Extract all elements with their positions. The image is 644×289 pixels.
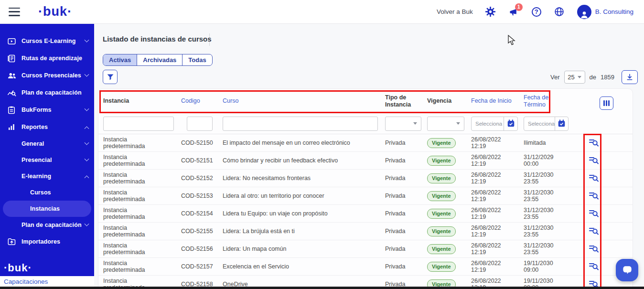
- view-details-icon[interactable]: [589, 190, 599, 201]
- filter-fecha-termino-datepicker[interactable]: Selecciona: [524, 117, 569, 131]
- filter-vigencia-select[interactable]: [427, 117, 464, 131]
- filter-curso-input[interactable]: [223, 117, 378, 131]
- cell-tipo: Privada: [385, 193, 427, 199]
- sidebar-item-reportes[interactable]: Reportes: [0, 118, 94, 136]
- sidebar-item-instancias[interactable]: Instancias: [3, 201, 91, 217]
- view-details-icon[interactable]: [589, 155, 599, 165]
- columns-config-button[interactable]: [600, 96, 613, 110]
- filter-instancia-input[interactable]: [103, 117, 174, 131]
- sidebar-item-plan-de-capacitacion[interactable]: Plan de capacitación: [0, 217, 94, 233]
- sidebar-item-cursos[interactable]: Cursos: [0, 184, 94, 201]
- cell-curso: Lidera: Un mapa común: [223, 246, 385, 252]
- cell-instancia: Instancia predeterminada: [103, 136, 181, 150]
- column-header-fecha-de-termino[interactable]: Fecha de Término: [524, 94, 581, 108]
- cell-fecha-termino: 31/12/203023:55: [524, 207, 581, 220]
- sidebar-item-presencial[interactable]: Presencial: [0, 152, 94, 168]
- help-icon[interactable]: ?: [531, 7, 542, 17]
- chevron-up-icon: [85, 175, 89, 180]
- table-filter-row: Selecciona Selecciona: [98, 113, 633, 134]
- user-menu[interactable]: B. Consulting: [577, 5, 633, 19]
- cell-instancia: Instancia predeterminada: [103, 242, 181, 256]
- cell-fecha-termino: 31/12/203023:55: [524, 171, 581, 185]
- column-header-codigo[interactable]: Codigo: [181, 97, 223, 105]
- sidebar-item-bukforms[interactable]: BukForms: [0, 101, 94, 118]
- elearning-icon: [8, 37, 16, 45]
- settings-gear-icon[interactable]: [485, 7, 496, 17]
- cell-fecha-inicio: 26/08/202212:19: [471, 154, 524, 167]
- cell-curso: Lidera: No necesitamos fronteras: [223, 175, 385, 182]
- chat-widget-button[interactable]: [616, 259, 638, 281]
- filter-tipo-select[interactable]: [385, 117, 421, 131]
- sidebar-item-rutas-de-aprendizaje[interactable]: Rutas de aprendizaje: [0, 50, 94, 67]
- sidebar-item-label: Importadores: [21, 238, 60, 245]
- cell-vigencia: Vigente: [427, 138, 471, 148]
- sidebar-item-cursos-e-learning[interactable]: Cursos E-Learning: [0, 32, 94, 50]
- cell-actions: [581, 155, 633, 167]
- sidebar-item-label: Cursos: [30, 189, 51, 196]
- cell-codigo: COD-52152: [181, 175, 223, 182]
- notifications-megaphone-icon[interactable]: 1: [508, 7, 519, 17]
- sidebar-item-plan-de-capacitacion[interactable]: Plan de capacitación: [0, 84, 94, 101]
- vigente-badge: Vigente: [427, 173, 456, 183]
- topbar: ·buk· Volver a Buk 1 ?: [0, 0, 644, 24]
- status-tabs: Activas Archivadas Todas: [103, 54, 213, 66]
- language-globe-icon[interactable]: [554, 7, 565, 17]
- column-header-fecha-de-inicio[interactable]: Fecha de Inicio: [471, 97, 524, 105]
- cell-instancia: Instancia predeterminada: [103, 171, 181, 185]
- view-details-icon[interactable]: [589, 225, 599, 236]
- cell-codigo: COD-52157: [181, 263, 223, 270]
- sidebar-footer: Capacitaciones: [0, 276, 94, 287]
- sidebar-item-label: Plan de capacitación: [21, 222, 82, 228]
- filter-fecha-inicio-datepicker[interactable]: Selecciona: [471, 117, 518, 131]
- page-size-select[interactable]: 25: [564, 71, 585, 84]
- cell-tipo: Privada: [385, 210, 427, 217]
- user-name: B. Consulting: [595, 8, 633, 15]
- tab-archivadas[interactable]: Archivadas: [137, 54, 182, 65]
- cell-tipo: Privada: [385, 157, 427, 164]
- page-title: Listado de instancias de cursos: [103, 35, 212, 43]
- tab-todas[interactable]: Todas: [182, 54, 212, 65]
- volver-a-buk-link[interactable]: Volver a Buk: [437, 8, 473, 15]
- cell-fecha-termino: 19/11/203009:00: [524, 260, 581, 273]
- calendar-icon[interactable]: [504, 117, 517, 130]
- sidebar: Cursos E-LearningRutas de aprendizajeCur…: [0, 24, 94, 276]
- mouse-cursor: [508, 35, 516, 46]
- table-row: Instancia predeterminada COD-52154 Lider…: [98, 205, 633, 223]
- cell-actions: [581, 225, 633, 237]
- filter-button[interactable]: [103, 70, 118, 84]
- view-details-icon[interactable]: [589, 137, 599, 148]
- calendar-icon[interactable]: [555, 117, 568, 130]
- filter-codigo-input[interactable]: [187, 117, 213, 131]
- sidebar-item-general[interactable]: General: [0, 136, 94, 152]
- column-header-instancia: Instancia: [103, 97, 181, 105]
- sidebar-item-label: Presencial: [21, 157, 52, 163]
- sidebar-item-label: Rutas de aprendizaje: [21, 55, 82, 62]
- chevron-down-icon: [85, 106, 89, 111]
- download-button[interactable]: [622, 70, 638, 84]
- capacitaciones-label[interactable]: Capacitaciones: [4, 278, 48, 285]
- tab-activas[interactable]: Activas: [103, 54, 137, 65]
- cell-fecha-inicio: 26/08/202212:19: [471, 136, 524, 150]
- sidebar-item-cursos-presenciales[interactable]: Cursos Presenciales: [0, 67, 94, 84]
- view-details-icon[interactable]: [589, 208, 599, 218]
- view-details-icon[interactable]: [589, 261, 599, 271]
- table-row: Instancia predeterminada COD-52155 Lider…: [98, 223, 633, 240]
- cell-vigencia: Vigente: [427, 226, 471, 236]
- sidebar-item-e-learning[interactable]: E-learning: [0, 168, 94, 184]
- chevron-down-icon: [85, 156, 89, 161]
- view-details-icon[interactable]: [589, 172, 599, 183]
- column-header-curso[interactable]: Curso: [223, 97, 385, 105]
- cell-curso: Excelencia en el Servicio: [223, 263, 385, 270]
- view-details-icon[interactable]: [589, 243, 599, 254]
- pagination: Ver 25 de 1859: [550, 70, 638, 84]
- sidebar-item-importadores[interactable]: Importadores: [0, 233, 94, 250]
- table-header-row: InstanciaCodigoCursoTipo de InstanciaVig…: [98, 89, 633, 113]
- cell-curso: Cómo brindar y recibir un feedback efect…: [223, 157, 385, 164]
- sidebar-item-label: BukForms: [21, 107, 52, 113]
- hamburger-menu-icon[interactable]: [9, 8, 20, 16]
- table-row: Instancia predeterminada COD-52152 Lider…: [98, 170, 633, 187]
- cell-tipo: Privada: [385, 175, 427, 182]
- cell-codigo: COD-52156: [181, 246, 223, 252]
- column-header-vigencia: Vigencia: [427, 97, 471, 105]
- cell-vigencia: Vigente: [427, 209, 471, 219]
